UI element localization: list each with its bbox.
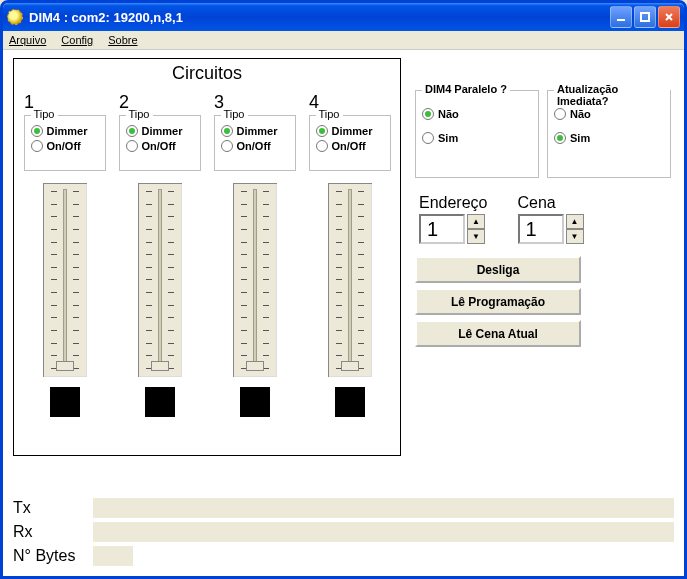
tipo-dimmer-label: Dimmer (47, 125, 88, 137)
tipo-dimmer-option[interactable]: Dimmer (126, 125, 194, 137)
radio-icon (221, 140, 233, 152)
maximize-icon (640, 12, 650, 22)
paralelo-nao-option[interactable]: Não (422, 108, 532, 120)
app-icon (7, 9, 23, 25)
tipo-dimmer-option[interactable]: Dimmer (221, 125, 289, 137)
atualiza-nao-label: Não (570, 108, 591, 120)
slider-thumb[interactable] (151, 361, 169, 371)
app-window: DIM4 : com2: 19200,n,8,1 Arquivo Config … (0, 0, 687, 579)
radio-icon (31, 125, 43, 137)
atualiza-legend: Atualização Imediata? (554, 83, 670, 107)
close-icon (664, 12, 674, 22)
menu-sobre[interactable]: Sobre (108, 34, 137, 46)
radio-icon (422, 132, 434, 144)
radio-icon (422, 108, 434, 120)
level-slider[interactable] (231, 181, 279, 379)
tipo-onoff-option[interactable]: On/Off (31, 140, 99, 152)
tipo-legend: Tipo (316, 108, 343, 120)
circuit-column: 2TipoDimmerOn/Off (115, 90, 204, 417)
svg-rect-1 (641, 13, 649, 21)
level-slider[interactable] (41, 181, 89, 379)
nbytes-value (93, 546, 133, 566)
tipo-legend: Tipo (126, 108, 153, 120)
radio-icon (316, 140, 328, 152)
content-area: Circuitos 1TipoDimmerOn/Off2TipoDimmerOn… (3, 50, 684, 576)
tipo-dimmer-label: Dimmer (142, 125, 183, 137)
rx-value (93, 522, 674, 542)
cena-input[interactable] (518, 214, 564, 244)
paralelo-group: DIM4 Paralelo ? Não Sim (415, 90, 539, 178)
tipo-legend: Tipo (31, 108, 58, 120)
right-panel: DIM4 Paralelo ? Não Sim Atualização Imed… (415, 90, 671, 352)
window-title: DIM4 : com2: 19200,n,8,1 (29, 10, 610, 25)
level-indicator (50, 387, 80, 417)
tipo-onoff-option[interactable]: On/Off (126, 140, 194, 152)
endereco-input[interactable] (419, 214, 465, 244)
cena-down-button[interactable]: ▼ (566, 229, 584, 244)
paralelo-sim-label: Sim (438, 132, 458, 144)
minimize-button[interactable] (610, 6, 632, 28)
svg-rect-0 (617, 19, 625, 21)
nbytes-label: N° Bytes (13, 547, 93, 565)
tx-label: Tx (13, 499, 93, 517)
circuits-group: Circuitos 1TipoDimmerOn/Off2TipoDimmerOn… (13, 58, 401, 456)
tx-value (93, 498, 674, 518)
atualiza-sim-option[interactable]: Sim (554, 132, 664, 144)
slider-thumb[interactable] (246, 361, 264, 371)
radio-icon (554, 132, 566, 144)
slider-thumb[interactable] (56, 361, 74, 371)
tipo-legend: Tipo (221, 108, 248, 120)
tipo-dimmer-option[interactable]: Dimmer (31, 125, 99, 137)
menubar: Arquivo Config Sobre (3, 31, 684, 50)
minimize-icon (616, 12, 626, 22)
tipo-group: TipoDimmerOn/Off (119, 115, 201, 171)
menu-arquivo[interactable]: Arquivo (9, 34, 46, 46)
slider-thumb[interactable] (341, 361, 359, 371)
tipo-onoff-label: On/Off (332, 140, 366, 152)
tipo-onoff-label: On/Off (47, 140, 81, 152)
cena-spinner: ▲ ▼ (518, 214, 584, 244)
endereco-down-button[interactable]: ▼ (467, 229, 485, 244)
radio-icon (126, 140, 138, 152)
le-programacao-button[interactable]: Lê Programação (415, 288, 581, 315)
rx-label: Rx (13, 523, 93, 541)
paralelo-sim-option[interactable]: Sim (422, 132, 532, 144)
tipo-group: TipoDimmerOn/Off (24, 115, 106, 171)
circuit-column: 1TipoDimmerOn/Off (20, 90, 109, 417)
paralelo-nao-label: Não (438, 108, 459, 120)
tipo-onoff-label: On/Off (237, 140, 271, 152)
level-indicator (240, 387, 270, 417)
maximize-button[interactable] (634, 6, 656, 28)
endereco-label: Endereço (419, 194, 488, 212)
tipo-group: TipoDimmerOn/Off (309, 115, 391, 171)
titlebar[interactable]: DIM4 : com2: 19200,n,8,1 (3, 3, 684, 31)
radio-icon (31, 140, 43, 152)
paralelo-legend: DIM4 Paralelo ? (422, 83, 510, 95)
close-button[interactable] (658, 6, 680, 28)
radio-icon (554, 108, 566, 120)
tipo-onoff-label: On/Off (142, 140, 176, 152)
level-slider[interactable] (326, 181, 374, 379)
cena-label: Cena (518, 194, 584, 212)
radio-icon (316, 125, 328, 137)
tipo-dimmer-label: Dimmer (237, 125, 278, 137)
status-area: Tx Rx N° Bytes (13, 494, 674, 570)
cena-up-button[interactable]: ▲ (566, 214, 584, 229)
menu-config[interactable]: Config (61, 34, 93, 46)
atualiza-sim-label: Sim (570, 132, 590, 144)
tipo-dimmer-option[interactable]: Dimmer (316, 125, 384, 137)
endereco-up-button[interactable]: ▲ (467, 214, 485, 229)
desliga-button[interactable]: Desliga (415, 256, 581, 283)
atualiza-nao-option[interactable]: Não (554, 108, 664, 120)
tipo-onoff-option[interactable]: On/Off (221, 140, 289, 152)
level-indicator (335, 387, 365, 417)
radio-icon (126, 125, 138, 137)
tipo-dimmer-label: Dimmer (332, 125, 373, 137)
tipo-group: TipoDimmerOn/Off (214, 115, 296, 171)
level-slider[interactable] (136, 181, 184, 379)
endereco-spinner: ▲ ▼ (419, 214, 488, 244)
le-cena-atual-button[interactable]: Lê Cena Atual (415, 320, 581, 347)
radio-icon (221, 125, 233, 137)
circuit-column: 3TipoDimmerOn/Off (210, 90, 299, 417)
tipo-onoff-option[interactable]: On/Off (316, 140, 384, 152)
